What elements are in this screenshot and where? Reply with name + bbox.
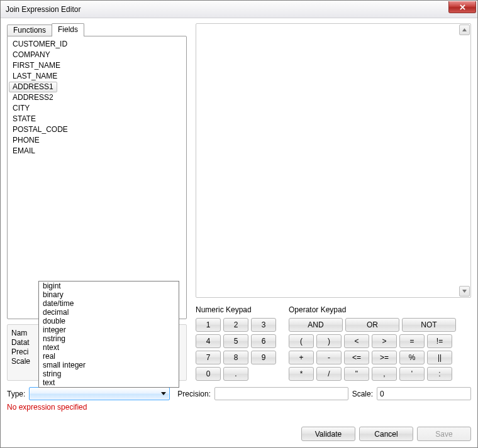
keypads: Numeric Keypad 1234567890. Operator Keyp… xyxy=(196,305,471,381)
type-option[interactable]: date/time xyxy=(39,299,179,308)
field-item[interactable]: CITY xyxy=(9,103,185,114)
right-column: Numeric Keypad 1234567890. Operator Keyp… xyxy=(196,23,471,381)
numeric-keypad-label: Numeric Keypad xyxy=(196,305,276,314)
field-item[interactable]: CUSTOMER_ID xyxy=(9,39,185,50)
opkey[interactable]: < xyxy=(344,334,369,348)
opkey[interactable]: - xyxy=(316,351,342,364)
join-expression-editor-window: Join Expression Editor Functions Fields … xyxy=(0,0,478,448)
opkey[interactable]: ' xyxy=(399,367,425,381)
status-message: No expression specified xyxy=(7,403,471,424)
tab-fields[interactable]: Fields xyxy=(52,23,84,36)
field-item[interactable]: POSTAL_CODE xyxy=(9,124,185,135)
scale-label: Scale: xyxy=(352,390,373,398)
numkey-9[interactable]: 9 xyxy=(251,351,276,364)
precision-input[interactable] xyxy=(214,387,348,400)
field-item[interactable]: ADDRESS1 xyxy=(9,82,57,92)
chevron-up-icon xyxy=(462,28,467,31)
opkey[interactable]: > xyxy=(372,334,397,348)
scale-input[interactable] xyxy=(377,387,471,400)
opkey-and[interactable]: AND xyxy=(289,318,343,332)
field-item[interactable]: STATE xyxy=(9,114,185,124)
type-option[interactable]: binary xyxy=(39,290,179,299)
type-option[interactable]: decimal xyxy=(39,308,179,317)
field-item[interactable]: PHONE xyxy=(9,135,185,146)
scroll-up-button[interactable] xyxy=(459,25,470,35)
numkey-2[interactable]: 2 xyxy=(223,318,248,332)
close-button[interactable] xyxy=(448,1,476,13)
numeric-keypad: Numeric Keypad 1234567890. xyxy=(196,305,276,381)
expression-textarea[interactable] xyxy=(196,23,471,298)
field-item[interactable]: ADDRESS2 xyxy=(9,92,185,103)
type-option[interactable]: ntext xyxy=(39,343,179,352)
field-item[interactable]: LAST_NAME xyxy=(9,71,185,82)
operator-keypad: Operator Keypad ANDORNOT ()<>=!=+-<=>=%|… xyxy=(289,305,456,381)
numkey-7[interactable]: 7 xyxy=(196,351,221,364)
opkey[interactable]: = xyxy=(399,334,425,348)
scroll-down-button[interactable] xyxy=(459,286,470,297)
numkey-5[interactable]: 5 xyxy=(223,334,248,348)
cancel-button[interactable]: Cancel xyxy=(359,427,413,441)
titlebar: Join Expression Editor xyxy=(1,1,477,18)
type-dropdown-list[interactable]: bigintbinarydate/timedecimaldoubleintege… xyxy=(38,281,179,388)
type-option[interactable]: bigint xyxy=(39,281,179,290)
opkey-or[interactable]: OR xyxy=(345,318,399,332)
window-title: Join Expression Editor xyxy=(6,5,81,14)
expression-scrollbar[interactable] xyxy=(459,25,470,297)
type-label: Type: xyxy=(7,390,25,398)
numkey-0[interactable]: 0 xyxy=(196,367,221,381)
opkey-not[interactable]: NOT xyxy=(402,318,456,332)
numkey-1[interactable]: 1 xyxy=(196,318,221,332)
field-item[interactable]: COMPANY xyxy=(9,50,185,60)
opkey[interactable]: " xyxy=(344,367,369,381)
type-option[interactable]: text xyxy=(39,378,179,387)
save-button[interactable]: Save xyxy=(417,427,471,441)
opkey[interactable]: * xyxy=(289,367,314,381)
type-option[interactable]: real xyxy=(39,352,179,361)
opkey[interactable]: != xyxy=(427,334,452,348)
type-option[interactable]: nstring xyxy=(39,334,179,343)
numkey-4[interactable]: 4 xyxy=(196,334,221,348)
type-option[interactable]: string xyxy=(39,369,179,378)
chevron-down-icon xyxy=(462,290,467,293)
numkey-3[interactable]: 3 xyxy=(251,318,276,332)
numkey-6[interactable]: 6 xyxy=(251,334,276,348)
tab-functions[interactable]: Functions xyxy=(7,25,52,36)
dialog-buttons: Validate Cancel Save xyxy=(7,424,471,441)
opkey[interactable]: / xyxy=(316,367,342,381)
opkey[interactable]: % xyxy=(399,351,425,364)
numkey-dot[interactable]: . xyxy=(223,367,248,381)
opkey[interactable]: : xyxy=(427,367,452,381)
opkey[interactable]: >= xyxy=(372,351,397,364)
close-icon xyxy=(459,4,466,10)
opkey[interactable]: <= xyxy=(344,351,369,364)
type-option[interactable]: integer xyxy=(39,325,179,334)
operator-keypad-label: Operator Keypad xyxy=(289,305,456,314)
client-area: Functions Fields CUSTOMER_IDCOMPANYFIRST… xyxy=(1,18,477,447)
fields-pane: CUSTOMER_IDCOMPANYFIRST_NAMELAST_NAMEADD… xyxy=(7,36,187,319)
field-item[interactable]: EMAIL xyxy=(9,146,185,156)
chevron-down-icon xyxy=(158,389,168,398)
validate-button[interactable]: Validate xyxy=(301,427,355,441)
meta-row: Type: Precision: Scale: bigintbinarydate… xyxy=(7,387,471,400)
tabstrip: Functions Fields xyxy=(7,23,187,36)
opkey[interactable]: + xyxy=(289,351,314,364)
precision-label: Precision: xyxy=(177,390,211,398)
opkey[interactable]: , xyxy=(372,367,397,381)
type-option[interactable]: double xyxy=(39,317,179,325)
type-combobox[interactable] xyxy=(29,387,170,400)
field-list[interactable]: CUSTOMER_IDCOMPANYFIRST_NAMELAST_NAMEADD… xyxy=(8,36,186,319)
opkey[interactable]: ( xyxy=(289,334,314,348)
numkey-8[interactable]: 8 xyxy=(223,351,248,364)
field-item[interactable]: FIRST_NAME xyxy=(9,60,185,71)
opkey[interactable]: ) xyxy=(316,334,342,348)
opkey[interactable]: || xyxy=(427,351,452,364)
type-option[interactable]: small integer xyxy=(39,361,179,369)
